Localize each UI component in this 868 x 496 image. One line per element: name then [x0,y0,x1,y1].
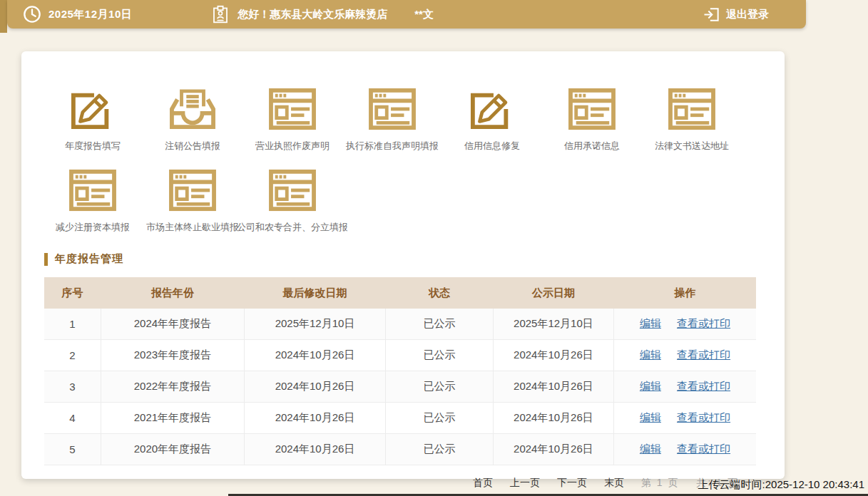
view-or-print-link[interactable]: 查看或打印 [677,380,730,392]
table-row: 2 2023年年度报告 2024年10月26日 已公示 2024年10月26日 … [44,340,756,371]
shortcut-item[interactable]: 市场主体终止歇业填报 [143,168,242,234]
shortcut-label: 年度报告填写 [65,140,121,153]
edit-icon [67,87,118,131]
annual-report-table: 序号 报告年份 最后修改日期 状态 公示日期 操作 1 2024年年度报告 20… [44,277,756,465]
shortcut-label: 法律文书送达地址 [655,140,729,153]
next-page-button[interactable]: 下一页 [557,477,587,490]
shortcut-item[interactable]: 执行标准自我声明填报 [342,87,442,153]
section-title: 年度报告管理 [44,252,785,266]
current-page-indicator: 第 1 页 [641,477,680,490]
col-header-status: 状态 [385,277,493,309]
shortcut-item[interactable]: 减少注册资本填报 [43,168,143,234]
edit-link[interactable]: 编辑 [640,443,661,455]
logout-icon [703,6,720,24]
cell-status: 已公示 [385,434,493,465]
document-icon [566,87,618,131]
cell-year: 2022年年度报告 [101,371,245,403]
shortcut-item[interactable]: 注销公告填报 [143,87,242,153]
cell-actions: 编辑 查看或打印 [613,340,756,371]
cell-modified: 2024年10月26日 [245,340,386,371]
cell-actions: 编辑 查看或打印 [613,403,756,434]
section-accent-bar [44,253,48,266]
cell-actions: 编辑 查看或打印 [613,371,756,403]
cell-seq: 4 [44,403,101,434]
shortcut-label: 市场主体终止歇业填报 [146,221,239,234]
cell-seq: 1 [44,309,101,340]
edit-link[interactable]: 编辑 [640,380,661,392]
section-title-text: 年度报告管理 [55,252,123,266]
cell-published: 2024年10月26日 [493,371,613,403]
cell-status: 已公示 [385,309,493,340]
table-row: 3 2022年年度报告 2024年10月26日 已公示 2024年10月26日 … [44,371,756,403]
shortcut-item[interactable]: 信用承诺信息 [542,87,642,153]
cell-status: 已公示 [385,371,493,403]
shortcut-item[interactable]: 信用信息修复 [442,87,542,153]
cell-actions: 编辑 查看或打印 [613,434,756,465]
edit-link[interactable]: 编辑 [640,317,661,329]
topbar: 2025年12月10日 您好！惠东县大岭文乐麻辣烫店 **文 退出登录 [7,0,806,29]
pagination: 首页 上一页 下一页 末页 第 1 页 共: 1 页 [44,477,739,490]
cell-published: 2025年12月10日 [493,309,613,340]
shortcut-item[interactable]: 公司和农专合并、分立填报 [242,168,342,234]
shortcut-item[interactable]: 营业执照作废声明 [242,87,342,153]
cell-seq: 5 [44,434,101,465]
col-header-published: 公示日期 [493,277,613,309]
cell-status: 已公示 [385,403,493,434]
document-icon [267,87,318,131]
shortcut-label: 信用承诺信息 [564,140,620,153]
prev-page-button[interactable]: 上一页 [510,477,540,490]
shortcut-item[interactable]: 年度报告填写 [43,87,143,153]
cell-year: 2021年年度报告 [101,403,245,434]
cell-published: 2024年10月26日 [493,340,613,371]
cell-actions: 编辑 查看或打印 [613,309,756,340]
view-or-print-link[interactable]: 查看或打印 [677,348,730,361]
shortcut-label: 信用信息修复 [464,140,520,153]
username-text: **文 [414,8,434,21]
first-page-button[interactable]: 首页 [473,477,493,490]
col-header-actions: 操作 [613,277,756,309]
edit-link[interactable]: 编辑 [640,411,661,423]
main-card: 年度报告填写 注销公告填报 营业执照作废声 [21,51,785,479]
col-header-modified: 最后修改日期 [245,277,386,309]
left-edge-strip [0,0,7,33]
logout-label: 退出登录 [726,8,769,21]
document-icon [167,168,218,212]
document-icon [267,168,318,212]
edit-icon [466,87,518,131]
table-row: 5 2020年年度报告 2024年10月26日 已公示 2024年10月26日 … [44,434,756,465]
report-table-body: 1 2024年年度报告 2025年12月10日 已公示 2025年12月10日 … [44,309,756,465]
cell-seq: 2 [44,340,101,371]
col-header-seq: 序号 [44,277,101,309]
cell-published: 2024年10月26日 [493,434,613,465]
inbox-icon [167,87,218,131]
logout-button[interactable]: 退出登录 [703,6,769,24]
shortcut-label: 减少注册资本填报 [56,221,130,234]
shortcut-label: 营业执照作废声明 [255,140,330,153]
col-header-year: 报告年份 [101,277,245,309]
shortcut-label: 执行标准自我声明填报 [346,140,439,153]
table-header-row: 序号 报告年份 最后修改日期 状态 公示日期 操作 [44,277,756,309]
edit-link[interactable]: 编辑 [640,348,661,361]
cell-status: 已公示 [385,340,493,371]
cell-year: 2024年年度报告 [101,309,245,340]
table-row: 4 2021年年度报告 2024年10月26日 已公示 2024年10月26日 … [44,403,756,434]
view-or-print-link[interactable]: 查看或打印 [677,443,730,455]
cell-seq: 3 [44,371,101,403]
cell-year: 2023年年度报告 [101,340,245,371]
table-row: 1 2024年年度报告 2025年12月10日 已公示 2025年12月10日 … [44,309,756,340]
cell-modified: 2025年12月10日 [245,309,386,340]
shortcut-label: 公司和农专合并、分立填报 [237,221,348,234]
shortcut-grid: 年度报告填写 注销公告填报 营业执照作废声 [43,87,745,234]
shortcut-item[interactable]: 法律文书送达地址 [642,87,742,153]
id-badge-icon [212,5,229,24]
cell-modified: 2024年10月26日 [245,371,386,403]
upload-time-text: 上传云端时间:2025-12-10 20:43:41 [698,478,864,492]
cell-modified: 2024年10月26日 [245,403,386,434]
cell-published: 2024年10月26日 [493,403,613,434]
view-or-print-link[interactable]: 查看或打印 [677,317,730,329]
cell-year: 2020年年度报告 [101,434,245,465]
clock-icon [23,5,41,24]
view-or-print-link[interactable]: 查看或打印 [677,411,730,423]
shortcut-label: 注销公告填报 [165,140,220,153]
last-page-button[interactable]: 末页 [604,477,624,490]
